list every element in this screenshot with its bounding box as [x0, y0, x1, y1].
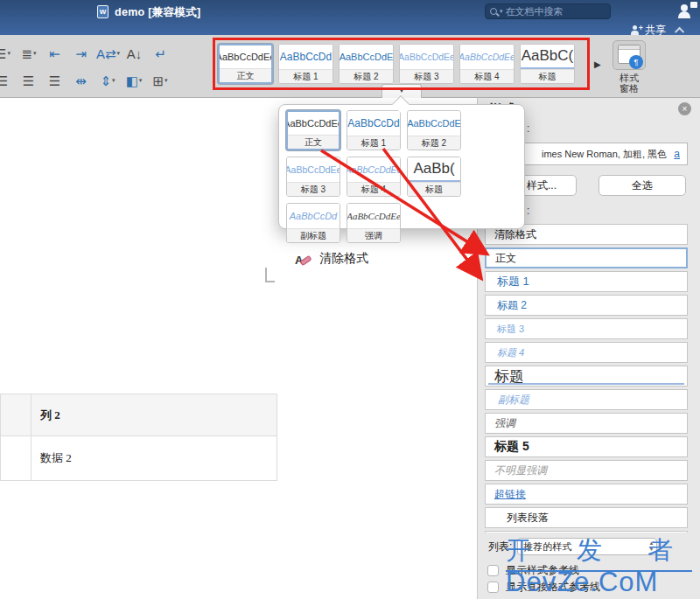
account-icon[interactable]	[676, 2, 697, 20]
table-cell-cut[interactable]	[1, 394, 32, 436]
toolbar-button[interactable]: ☰	[0, 70, 14, 91]
toolbar-button[interactable]: ☰	[44, 70, 66, 91]
toolbar-button[interactable]: A⇄▾	[96, 43, 120, 64]
gallery-scroll-right-icon[interactable]: ▶	[594, 59, 601, 69]
dropdown-style-cell[interactable]: AaBb( 标题	[407, 157, 461, 197]
toolbar-button[interactable]: ◧▾	[122, 70, 145, 91]
style-list-item[interactable]: 标题 2	[485, 295, 688, 316]
char-style-link[interactable]: a	[674, 148, 680, 160]
style-gallery-dropdown: AaBbCcDdEe 正文 AaBbCcDd 标题 1 AaBbCcDdE 标题…	[278, 104, 525, 229]
word-doc-icon: W	[97, 5, 108, 18]
style-list-item[interactable]: 列表段落	[485, 507, 688, 528]
apply-style-label-fragment: :	[527, 205, 529, 217]
style-list-item[interactable]: 标题 4	[485, 342, 688, 363]
close-icon[interactable]: ×	[678, 102, 691, 115]
dropdown-style-cell[interactable]: AaBbCcDdEe 强调	[346, 203, 401, 243]
dropdown-style-grid: AaBbCcDdEe 正文 AaBbCcDd 标题 1 AaBbCcDdE 标题…	[286, 110, 517, 243]
table-row[interactable]: 列 2	[1, 394, 277, 436]
search-input[interactable]: ▾ 在文档中搜索	[485, 3, 611, 19]
chevron-down-icon: ▾	[500, 8, 503, 15]
paragraph-tools-row-2: ☰☰☰⇹⇕▾◧▾⊞▾	[0, 70, 172, 91]
clear-formatting-icon: A	[295, 252, 312, 266]
style-list-item[interactable]: 不明显强调	[485, 460, 688, 481]
style-list-item[interactable]: 强调	[485, 413, 688, 434]
table-data-cell[interactable]: 数据 2	[32, 436, 277, 481]
dropdown-style-cell[interactable]: AaBbCcDdE 标题 2	[407, 110, 461, 150]
window-title: demo [兼容模式]	[115, 5, 200, 20]
show-direct-formatting-checkbox[interactable]	[487, 582, 499, 593]
toolbar-button[interactable]: ⇤	[44, 43, 66, 64]
style-list-item[interactable]: 副标题	[485, 389, 688, 410]
style-list: 清除格式 正文 标题 1 标题 2 标题 3 标题 4 标题	[485, 224, 688, 533]
dropdown-style-cell[interactable]: AaBbCcDdEe 正文	[286, 110, 340, 150]
style-list-item[interactable]: 明显强调	[485, 531, 688, 533]
text-corner-mark	[265, 268, 275, 282]
toolbar-button[interactable]: ≣▾	[18, 43, 40, 64]
show-style-guides-checkbox[interactable]	[487, 565, 499, 576]
select-all-button[interactable]: 全选	[598, 175, 686, 196]
toolbar-button[interactable]: ☰▾	[0, 43, 14, 64]
annotation-highlight-box	[213, 38, 590, 90]
share-person-icon: +	[630, 25, 640, 35]
toolbar-button[interactable]: ☰	[18, 70, 40, 91]
table-row[interactable]: 数据 2	[1, 436, 277, 481]
dropdown-style-cell[interactable]: AaBbCcDd 副标题	[286, 203, 340, 243]
paragraph-tools-row-1: ☰▾≣▾⇤⇥A⇄▾A↓↵	[0, 43, 172, 64]
current-style-label-fragment: :	[527, 122, 529, 135]
dropdown-style-cell[interactable]: AaBbCcDdEe 标题 4	[346, 157, 401, 197]
toolbar-button[interactable]: ⇥	[70, 43, 93, 64]
toolbar-button[interactable]: ⊞▾	[149, 70, 172, 91]
collapse-ribbon-chevron-icon[interactable]	[675, 26, 684, 36]
styles-pane-button[interactable]: ¶ 样式 窗格	[607, 40, 651, 94]
document-table[interactable]: 列 2 数据 2	[0, 394, 277, 481]
style-list-item[interactable]: 标题 5	[485, 436, 688, 457]
toolbar-button[interactable]: ↵	[150, 43, 172, 64]
dropdown-style-cell[interactable]: AaBbCcDdEe 标题 3	[286, 157, 340, 197]
style-list-item[interactable]: 标题 1	[485, 271, 688, 292]
search-placeholder: 在文档中搜索	[506, 5, 564, 18]
toolbar-button[interactable]: ⇕▾	[96, 70, 119, 91]
style-list-item[interactable]: 标题	[485, 366, 688, 387]
font-description: imes New Roman, 加粗, 黑色	[542, 148, 667, 161]
clear-formatting-item[interactable]: A 清除格式	[286, 251, 517, 267]
search-icon	[490, 8, 497, 15]
table-header-cell[interactable]: 列 2	[32, 394, 277, 436]
style-list-item[interactable]: 超链接	[485, 484, 688, 505]
dropdown-style-cell[interactable]: AaBbCcDd 标题 1	[346, 110, 401, 150]
title-bar: W demo [兼容模式] ▾ 在文档中搜索 + 共享	[0, 0, 700, 35]
watermark: 开 发 者 DevZe.CoM	[506, 533, 692, 598]
toolbar-button[interactable]: ⇹	[70, 70, 93, 91]
toolbar-button[interactable]: A↓	[123, 43, 146, 64]
style-list-item[interactable]: 标题 3	[485, 318, 688, 339]
table-cell-cut[interactable]	[1, 436, 32, 481]
share-button[interactable]: + 共享	[630, 23, 684, 38]
styles-pane-icon: ¶	[612, 40, 646, 70]
